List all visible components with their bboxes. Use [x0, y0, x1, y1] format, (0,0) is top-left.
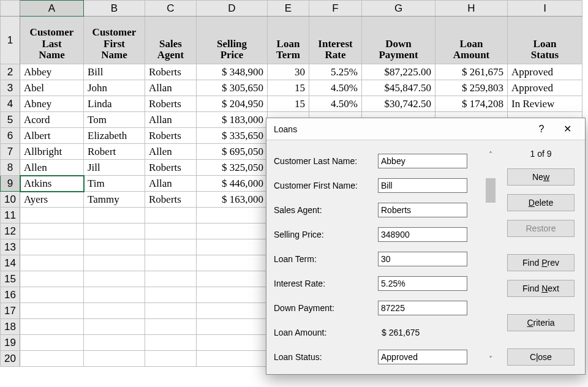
cell-A1[interactable]: CustomerLastName — [20, 17, 84, 64]
scroll-down-icon[interactable]: ˅ — [484, 353, 497, 366]
cell-E4[interactable]: 15 — [268, 96, 309, 112]
cell-C8[interactable]: Roberts — [145, 160, 197, 176]
cell-C3[interactable]: Allan — [145, 80, 197, 96]
cell-C7[interactable]: Allen — [145, 144, 197, 160]
row-header-18[interactable]: 18 — [1, 319, 20, 335]
scroll-up-icon[interactable]: ˄ — [484, 149, 497, 161]
close-button[interactable]: Close — [507, 348, 575, 366]
col-header-E[interactable]: E — [268, 1, 309, 17]
cell-A3[interactable]: Abel — [20, 80, 84, 96]
select-all-corner[interactable] — [1, 1, 20, 17]
cell-C4[interactable]: Roberts — [145, 96, 197, 112]
cell-G2[interactable]: $87,225.00 — [362, 64, 435, 80]
close-icon[interactable]: ✕ — [554, 120, 580, 138]
find-prev-button[interactable]: Find Prev — [507, 254, 575, 271]
row-header-7[interactable]: 7 — [1, 144, 20, 160]
cell-A2[interactable]: Abbey — [20, 64, 84, 80]
cell-C5[interactable]: Allan — [145, 112, 197, 128]
dialog-titlebar[interactable]: Loans ? ✕ — [266, 118, 585, 140]
cell-C6[interactable]: Roberts — [145, 128, 197, 144]
cell-F3[interactable]: 4.50% — [309, 80, 362, 96]
cell-C2[interactable]: Roberts — [145, 64, 197, 80]
cell-G4[interactable]: $30,742.50 — [362, 96, 435, 112]
col-header-I[interactable]: I — [508, 1, 582, 17]
input-selling-price[interactable] — [378, 227, 467, 242]
cell-A7[interactable]: Allbright — [20, 144, 84, 160]
col-header-D[interactable]: D — [197, 1, 268, 17]
cell-A9[interactable]: Atkins — [20, 176, 84, 192]
row-header-11[interactable]: 11 — [1, 208, 20, 224]
input-loan-status[interactable] — [378, 350, 467, 364]
input-interest-rate[interactable] — [378, 276, 467, 291]
cell-E1[interactable]: LoanTerm — [268, 17, 309, 64]
row-header-9[interactable]: 9 — [1, 176, 20, 192]
row-header-17[interactable]: 17 — [1, 303, 20, 319]
cell-C1[interactable]: SalesAgent — [145, 17, 197, 64]
cell-E2[interactable]: 30 — [268, 64, 309, 80]
cell-G3[interactable]: $45,847.50 — [362, 80, 435, 96]
cell-F1[interactable]: InterestRate — [309, 17, 362, 64]
cell-D2[interactable]: $ 348,900 — [197, 64, 268, 80]
new-button[interactable]: New — [507, 168, 575, 186]
row-header-13[interactable]: 13 — [1, 239, 20, 255]
cell-B6[interactable]: Elizabeth — [84, 128, 145, 144]
row-header-3[interactable]: 3 — [1, 80, 20, 96]
cell-F2[interactable]: 5.25% — [309, 64, 362, 80]
row-header-1[interactable]: 1 — [1, 17, 20, 64]
row-header-6[interactable]: 6 — [1, 128, 20, 144]
cell-D5[interactable]: $ 183,000 — [197, 112, 268, 128]
restore-button[interactable]: Restore — [507, 220, 575, 237]
cell-C9[interactable]: Allan — [145, 176, 197, 192]
col-header-B[interactable]: B — [84, 1, 145, 17]
row-header-14[interactable]: 14 — [1, 255, 20, 271]
row-header-4[interactable]: 4 — [1, 96, 20, 112]
scroll-thumb[interactable] — [486, 178, 496, 203]
cell-B3[interactable]: John — [84, 80, 145, 96]
input-down-payment[interactable] — [378, 301, 467, 315]
cell-H4[interactable]: $ 174,208 — [435, 96, 508, 112]
cell-I4[interactable]: In Review — [508, 96, 582, 112]
cell-I1[interactable]: LoanStatus — [508, 17, 582, 64]
cell-B4[interactable]: Linda — [84, 96, 145, 112]
row-header-10[interactable]: 10 — [1, 192, 20, 208]
help-button[interactable]: ? — [529, 120, 554, 138]
input-sales-agent[interactable] — [378, 203, 467, 217]
cell-H2[interactable]: $ 261,675 — [435, 64, 508, 80]
criteria-button[interactable]: Criteria — [507, 314, 575, 331]
row-header-19[interactable]: 19 — [1, 335, 20, 351]
row-header-15[interactable]: 15 — [1, 271, 20, 287]
cell-A5[interactable]: Acord — [20, 112, 84, 128]
cell-D10[interactable]: $ 163,000 — [197, 192, 268, 208]
col-header-C[interactable]: C — [145, 1, 197, 17]
input-first-name[interactable] — [378, 178, 467, 193]
cell-A6[interactable]: Albert — [20, 128, 84, 144]
row-header-16[interactable]: 16 — [1, 287, 20, 303]
cell-C10[interactable]: Roberts — [145, 192, 197, 208]
cell-D8[interactable]: $ 325,050 — [197, 160, 268, 176]
cell-A8[interactable]: Allen — [20, 160, 84, 176]
row-header-8[interactable]: 8 — [1, 160, 20, 176]
cell-D6[interactable]: $ 335,650 — [197, 128, 268, 144]
cell-B7[interactable]: Robert — [84, 144, 145, 160]
record-scrollbar[interactable]: ˄ ˅ — [484, 149, 497, 366]
row-header-2[interactable]: 2 — [1, 64, 20, 80]
cell-D4[interactable]: $ 204,950 — [197, 96, 268, 112]
find-next-button[interactable]: Find Next — [507, 280, 575, 297]
cell-B9[interactable]: Tim — [84, 176, 145, 192]
cell-B2[interactable]: Bill — [84, 64, 145, 80]
cell-E3[interactable]: 15 — [268, 80, 309, 96]
cell-D7[interactable]: $ 695,050 — [197, 144, 268, 160]
cell-B1[interactable]: CustomerFirstName — [84, 17, 145, 64]
cell-I2[interactable]: Approved — [508, 64, 582, 80]
cell-B8[interactable]: Jill — [84, 160, 145, 176]
cell-I3[interactable]: Approved — [508, 80, 582, 96]
row-header-5[interactable]: 5 — [1, 112, 20, 128]
cell-A4[interactable]: Abney — [20, 96, 84, 112]
col-header-F[interactable]: F — [309, 1, 362, 17]
row-header-12[interactable]: 12 — [1, 224, 20, 239]
col-header-H[interactable]: H — [435, 1, 508, 17]
cell-A10[interactable]: Ayers — [20, 192, 84, 208]
col-header-G[interactable]: G — [362, 1, 435, 17]
cell-B5[interactable]: Tom — [84, 112, 145, 128]
cell-B10[interactable]: Tammy — [84, 192, 145, 208]
